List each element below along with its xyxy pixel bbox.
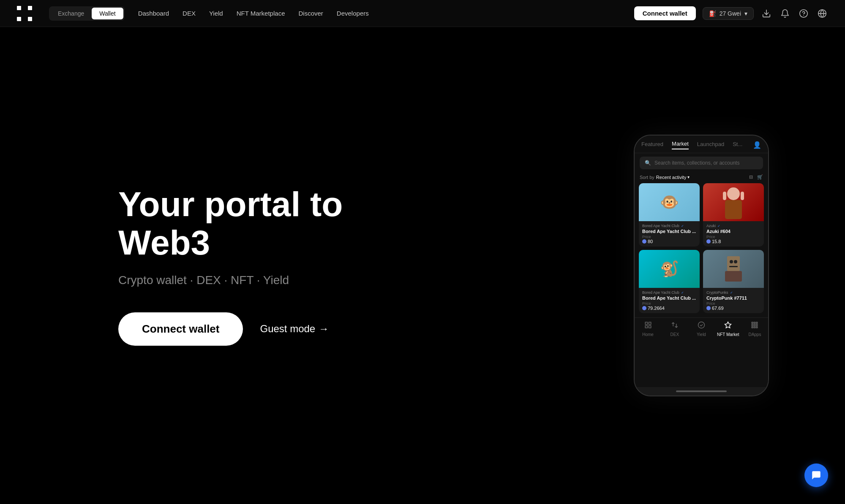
dapps-nav-icon: [751, 321, 758, 331]
nft-name-3: Bored Ape Yacht Club ...: [642, 295, 696, 301]
svg-rect-9: [727, 256, 740, 271]
nft-price-2: 15.8: [706, 239, 760, 244]
nft-name-2: Azuki #604: [706, 229, 760, 234]
eth-icon-4: [706, 306, 711, 310]
phone-sort-value[interactable]: Recent activity: [656, 175, 687, 180]
filter-icon[interactable]: ⊟: [749, 174, 753, 180]
wallet-tab[interactable]: Wallet: [92, 8, 123, 19]
cart-icon[interactable]: 🛒: [757, 174, 763, 180]
phone-bottom-nav: Home DEX: [635, 317, 768, 339]
phone-search-bar[interactable]: 🔍 Search items, collections, or accounts: [640, 157, 763, 169]
svg-rect-20: [752, 322, 753, 323]
phone-user-icon[interactable]: 👤: [753, 141, 761, 149]
home-nav-icon: [644, 321, 652, 331]
hero-actions: Connect wallet Guest mode →: [118, 312, 414, 346]
svg-rect-23: [752, 325, 753, 326]
phone-tabs: Featured Market Launchpad St... 👤: [635, 135, 768, 153]
exchange-tab[interactable]: Exchange: [50, 8, 92, 19]
nav-yield[interactable]: Yield: [209, 10, 223, 17]
svg-rect-21: [754, 322, 755, 323]
gwei-value: 27 Gwei: [720, 10, 741, 17]
nft-price-3: 79.2664: [642, 306, 696, 311]
language-icon[interactable]: [816, 8, 828, 19]
nav-discover[interactable]: Discover: [298, 10, 323, 17]
help-icon[interactable]: [798, 8, 810, 19]
eth-icon-2: [706, 239, 711, 244]
phone-screen: Featured Market Launchpad St... 👤 🔍 Sear…: [635, 135, 768, 387]
phone-tab-launchpad[interactable]: Launchpad: [697, 141, 724, 149]
phone-tab-stake[interactable]: St...: [733, 141, 742, 149]
sort-chevron-icon: ▾: [687, 175, 690, 179]
phone-tab-featured[interactable]: Featured: [641, 141, 663, 149]
phone-frame: Featured Market Launchpad St... 👤 🔍 Sear…: [634, 135, 769, 396]
svg-rect-28: [756, 327, 758, 328]
download-icon[interactable]: [760, 8, 772, 19]
nft-card-2[interactable]: Azuki ✓ Azuki #604 Price 15.8: [703, 183, 764, 247]
main-header: Exchange Wallet Dashboard DEX Yield NFT …: [0, 0, 845, 27]
hero-connect-wallet-button[interactable]: Connect wallet: [118, 312, 243, 346]
dex-nav-icon: [671, 321, 679, 331]
nft-image-4: [703, 250, 764, 288]
header-right: Connect wallet ⛽ 27 Gwei ▾: [634, 6, 828, 20]
svg-rect-15: [649, 322, 651, 324]
svg-rect-7: [723, 192, 726, 200]
svg-marker-19: [725, 322, 731, 328]
nft-card-3[interactable]: 🐒 Bored Ape Yacht Club ✓ Bored Ape Yacht…: [639, 250, 700, 313]
hero-section: Your portal to Web3 Crypto wallet · DEX …: [118, 185, 414, 345]
phone-mockup: Featured Market Launchpad St... 👤 🔍 Sear…: [634, 135, 769, 396]
phone-tab-market[interactable]: Market: [672, 141, 689, 149]
svg-rect-6: [725, 200, 742, 219]
nft-price-label-1: Price: [642, 235, 696, 239]
phone-nav-home[interactable]: Home: [635, 321, 661, 337]
svg-point-5: [727, 187, 740, 200]
phone-nav-yield[interactable]: Yield: [688, 321, 714, 337]
nav-developers[interactable]: Developers: [337, 10, 369, 17]
nft-price-label-2: Price: [706, 235, 760, 239]
chat-bubble-button[interactable]: [804, 463, 828, 487]
hero-subtitle: Crypto wallet · DEX · NFT · Yield: [118, 274, 414, 287]
svg-point-10: [730, 260, 733, 263]
nft-image-2: [703, 183, 764, 221]
arrow-icon: →: [319, 323, 329, 335]
nft-info-4: CryptoPunks ✓ CryptoPunk #7711 Price 67.…: [703, 288, 764, 313]
nft-nav-icon: [724, 321, 732, 331]
bell-icon[interactable]: [779, 8, 791, 19]
svg-rect-26: [752, 327, 753, 328]
nft-collection-4: CryptoPunks ✓: [706, 290, 760, 295]
exchange-wallet-tabs: Exchange Wallet: [49, 6, 125, 21]
hero-title: Your portal to Web3: [118, 185, 414, 261]
nft-collection-1: Bored Ape Yacht Club ✓: [642, 224, 696, 228]
nft-grid: 🐵 Bored Ape Yacht Club ✓ Bored Ape Yacht…: [635, 183, 768, 317]
chevron-down-icon: ▾: [744, 10, 747, 17]
svg-rect-24: [754, 325, 755, 326]
phone-nav-nft[interactable]: NFT Market: [715, 321, 741, 337]
nft-info-1: Bored Ape Yacht Club ✓ Bored Ape Yacht C…: [639, 221, 700, 247]
nav-dex[interactable]: DEX: [183, 10, 196, 17]
nft-card-1[interactable]: 🐵 Bored Ape Yacht Club ✓ Bored Ape Yacht…: [639, 183, 700, 247]
gwei-indicator[interactable]: ⛽ 27 Gwei ▾: [703, 7, 754, 20]
svg-rect-17: [649, 326, 651, 328]
guest-mode-link[interactable]: Guest mode →: [260, 323, 329, 335]
phone-sort-row: Sort by Recent activity ▾ ⊟ 🛒: [635, 173, 768, 183]
main-nav: Dashboard DEX Yield NFT Marketplace Disc…: [138, 10, 621, 17]
phone-sort-icons: ⊟ 🛒: [749, 174, 763, 180]
svg-rect-12: [729, 266, 738, 267]
svg-rect-22: [756, 322, 758, 323]
nft-info-2: Azuki ✓ Azuki #604 Price 15.8: [703, 221, 764, 247]
eth-icon-1: [642, 239, 646, 244]
eth-icon-3: [642, 306, 646, 310]
yield-nav-icon: [698, 321, 705, 331]
nft-price-label-4: Price: [706, 301, 760, 306]
phone-nav-dapps[interactable]: DApps: [741, 321, 768, 337]
okx-logo[interactable]: [17, 6, 32, 21]
svg-rect-27: [754, 327, 755, 328]
nft-price-4: 67.69: [706, 306, 760, 311]
nav-dashboard[interactable]: Dashboard: [138, 10, 169, 17]
nft-card-4[interactable]: CryptoPunks ✓ CryptoPunk #7711 Price 67.…: [703, 250, 764, 313]
phone-nav-dex[interactable]: DEX: [661, 321, 688, 337]
nft-price-label-3: Price: [642, 301, 696, 306]
nft-price-1: 80: [642, 239, 696, 244]
header-connect-wallet-button[interactable]: Connect wallet: [634, 6, 696, 20]
nft-info-3: Bored Ape Yacht Club ✓ Bored Ape Yacht C…: [639, 288, 700, 313]
nav-nft-marketplace[interactable]: NFT Marketplace: [237, 10, 285, 17]
